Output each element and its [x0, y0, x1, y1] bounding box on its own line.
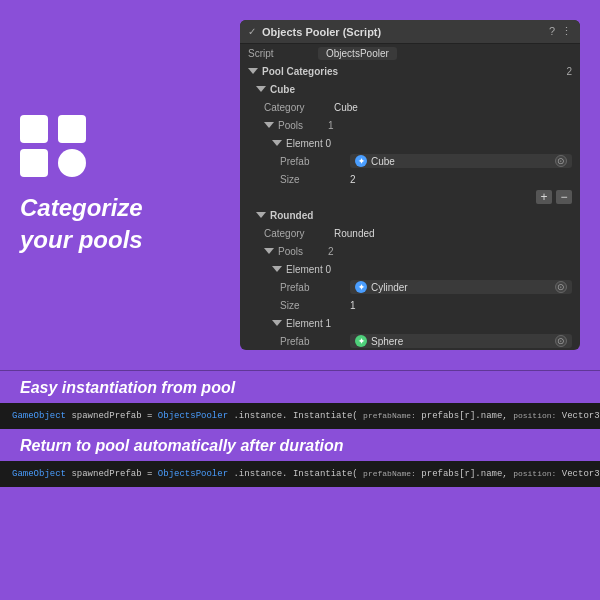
- section-title-2: Return to pool automatically after durat…: [0, 429, 600, 461]
- code1-dot1: .instance.: [233, 411, 287, 421]
- cylinder-prefab-name: Cylinder: [371, 282, 408, 293]
- rounded-name: Rounded: [270, 210, 313, 221]
- left-panel: Categorize your pools: [20, 20, 220, 350]
- code1-param1-val: prefabs[r].name,: [421, 411, 513, 421]
- code-block-2: GameObject spawnedPrefab = ObjectsPooler…: [0, 461, 600, 487]
- cylinder-size-label: Size: [280, 300, 350, 311]
- cylinder-prefab-field[interactable]: ✦ Cylinder ⊙: [350, 280, 572, 294]
- rounded-category-label: Category: [264, 228, 334, 239]
- code2-method: Instantiate(: [293, 469, 358, 479]
- code2-dot1: .instance.: [233, 469, 287, 479]
- main-container: Categorize your pools ✓ Objects Pooler (…: [0, 0, 600, 487]
- cube-prefab-name: Cube: [371, 156, 395, 167]
- cube-pools-arrow: [264, 122, 274, 128]
- code2-param1-name: prefabName:: [363, 469, 416, 478]
- logo-cell-2: [58, 115, 86, 143]
- rounded-element0-arrow: [272, 266, 282, 272]
- rounded-pools-arrow: [264, 248, 274, 254]
- more-icon[interactable]: ⋮: [561, 25, 572, 38]
- rounded-element1-label: Element 1: [286, 318, 331, 329]
- cylinder-prefab-row: Prefab ✦ Cylinder ⊙: [240, 278, 580, 296]
- code1-param1-name: prefabName:: [363, 411, 416, 420]
- cube-category-value: Cube: [334, 102, 358, 113]
- cube-prefab-label: Prefab: [280, 156, 350, 167]
- logo-grid: [20, 115, 90, 177]
- cube-add-btn[interactable]: +: [536, 190, 552, 204]
- hero-text: Categorize your pools: [20, 192, 143, 254]
- cube-size-value: 2: [350, 174, 356, 185]
- sphere-prefab-select-btn[interactable]: ⊙: [555, 335, 567, 347]
- rounded-pools-label: Pools: [278, 246, 328, 257]
- cube-arrow: [256, 86, 266, 92]
- hero-line1: Categorize: [20, 192, 143, 223]
- code1-param2-val: Vector3.zero,: [562, 411, 600, 421]
- category-cube: Cube Category Cube Pools 1 Element 0 Pre…: [240, 80, 580, 206]
- cube-element0-row: Element 0: [240, 134, 580, 152]
- code2-type: GameObject: [12, 469, 66, 479]
- cube-pools-label: Pools: [278, 120, 328, 131]
- logo-cell-1: [20, 115, 48, 143]
- help-icon[interactable]: ?: [549, 25, 555, 38]
- code2-var: spawnedPrefab =: [71, 469, 157, 479]
- logo-cell-3: [20, 149, 48, 177]
- code1-method: Instantiate(: [293, 411, 358, 421]
- code2-class: ObjectsPooler: [158, 469, 228, 479]
- unity-panel: ✓ Objects Pooler (Script) ? ⋮ Script Obj…: [240, 20, 580, 350]
- cylinder-size-value: 1: [350, 300, 356, 311]
- rounded-element0-label: Element 0: [286, 264, 331, 275]
- script-value: ObjectsPooler: [318, 47, 397, 60]
- sphere-prefab-field[interactable]: ✦ Sphere ⊙: [350, 334, 572, 348]
- code-block-1: GameObject spawnedPrefab = ObjectsPooler…: [0, 403, 600, 429]
- rounded-arrow: [256, 212, 266, 218]
- category-rounded: Rounded Category Rounded Pools 2 Element…: [240, 206, 580, 350]
- sphere-prefab-icon: ✦: [355, 335, 367, 347]
- code2-param2-val: Vector3.zero,: [562, 469, 600, 479]
- cube-remove-btn[interactable]: −: [556, 190, 572, 204]
- cube-prefab-icon: ✦: [355, 155, 367, 167]
- cube-size-label: Size: [280, 174, 350, 185]
- rounded-element1-row: Element 1: [240, 314, 580, 332]
- sphere-prefab-name: Sphere: [371, 336, 403, 347]
- cylinder-prefab-label: Prefab: [280, 282, 350, 293]
- rounded-element1-arrow: [272, 320, 282, 326]
- rounded-pools-count: 2: [328, 246, 334, 257]
- sphere-prefab-label: Prefab: [280, 336, 350, 347]
- cube-element0-arrow: [272, 140, 282, 146]
- cube-name: Cube: [270, 84, 295, 95]
- logo-cell-4: [58, 149, 86, 177]
- cube-element0-label: Element 0: [286, 138, 331, 149]
- hero-line2: your pools: [20, 224, 143, 255]
- code1-type: GameObject: [12, 411, 66, 421]
- cylinder-prefab-icon: ✦: [355, 281, 367, 293]
- cylinder-size-row: Size 1: [240, 296, 580, 314]
- panel-icons: ? ⋮: [549, 25, 572, 38]
- rounded-pools-row: Pools 2: [240, 242, 580, 260]
- script-row: Script ObjectsPooler: [240, 44, 580, 62]
- pool-categories-arrow: [248, 68, 258, 74]
- cube-row: Cube: [240, 80, 580, 98]
- cube-pools-count: 1: [328, 120, 334, 131]
- section-title-1: Easy instantiation from pool: [0, 371, 600, 403]
- rounded-category-row: Category Rounded: [240, 224, 580, 242]
- panel-title: Objects Pooler (Script): [262, 26, 381, 38]
- code2-param1-val: prefabs[r].name,: [421, 469, 513, 479]
- cube-category-row: Category Cube: [240, 98, 580, 116]
- pool-categories-row: Pool Categories 2: [240, 62, 580, 80]
- cube-pools-row: Pools 1: [240, 116, 580, 134]
- cube-prefab-field[interactable]: ✦ Cube ⊙: [350, 154, 572, 168]
- code1-var: spawnedPrefab =: [71, 411, 157, 421]
- cube-size-row: Size 2: [240, 170, 580, 188]
- cube-add-remove: + −: [240, 188, 580, 206]
- code2-param2-name: position:: [513, 469, 556, 478]
- panel-checkbox-icon: ✓: [248, 26, 256, 37]
- panel-titlebar: ✓ Objects Pooler (Script) ? ⋮: [240, 20, 580, 44]
- cube-prefab-select-btn[interactable]: ⊙: [555, 155, 567, 167]
- code1-class: ObjectsPooler: [158, 411, 228, 421]
- rounded-category-value: Rounded: [334, 228, 375, 239]
- pool-categories-label: Pool Categories: [262, 66, 338, 77]
- sphere-prefab-row: Prefab ✦ Sphere ⊙: [240, 332, 580, 350]
- cylinder-prefab-select-btn[interactable]: ⊙: [555, 281, 567, 293]
- rounded-element0-row: Element 0: [240, 260, 580, 278]
- rounded-row: Rounded: [240, 206, 580, 224]
- code1-param2-name: position:: [513, 411, 556, 420]
